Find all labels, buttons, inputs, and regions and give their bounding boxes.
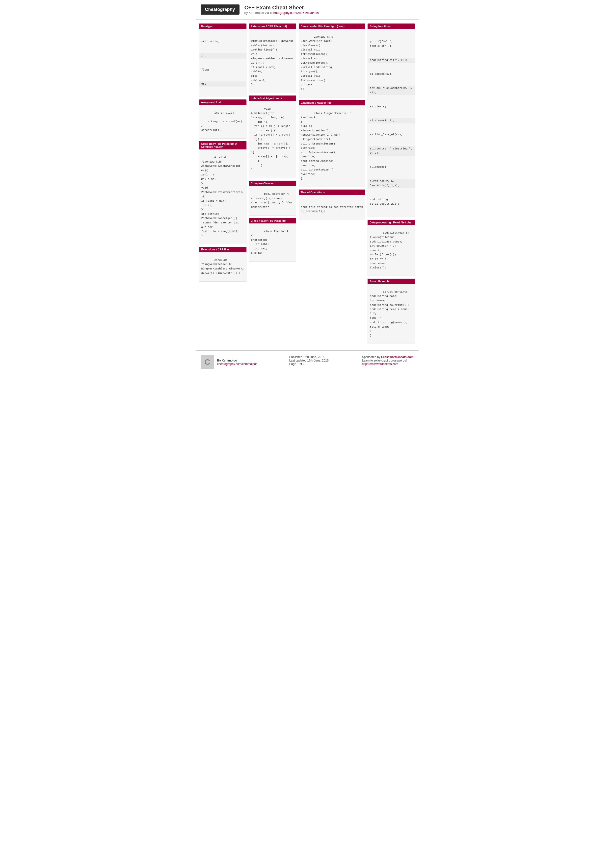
stringfunc-row-8: s.length(); bbox=[368, 164, 415, 170]
section-body-classheader: class Zaehlwerk { protected: int zahl; i… bbox=[249, 223, 296, 262]
logo-text: Cheatography bbox=[205, 7, 235, 12]
section-body-classheader-cont: Zaehlwerk(); Zaehlwerk(int max); ~Zaehlw… bbox=[299, 29, 365, 98]
column-2: Extensions / CPP File (cont) Ringwerkzae… bbox=[249, 23, 296, 346]
footer-published: Published 16th June, 2016. bbox=[289, 355, 330, 359]
footer-updated: Last updated 16th June, 2016. bbox=[289, 359, 330, 362]
stringfunc-row-6: s1.find_last_of(s2); bbox=[368, 132, 415, 138]
section-arrays: Arrays and List int ar[size] int arLengh… bbox=[199, 99, 246, 139]
header-text: C++ Exam Cheat Sheet by Kemmojoo via che… bbox=[244, 5, 319, 15]
datatyp-row-3: etc. bbox=[199, 81, 246, 87]
stringfunc-row-10: std::string s3=s1.substr(2,3); bbox=[368, 197, 415, 207]
section-body-thread: std::this_thread::sleep_for(std::chron o… bbox=[299, 195, 365, 220]
column-1: Datatyps std::string int float etc. Arra… bbox=[199, 23, 246, 346]
datatyp-row-2: float bbox=[199, 67, 246, 73]
section-header-dataproc: Data processing / Read file / char bbox=[368, 220, 415, 225]
footer-sponsor-name[interactable]: CrosswordCheats.com bbox=[381, 355, 413, 359]
footer-by-label: By bbox=[217, 359, 221, 362]
stringfunc-row-1: std::string s1("", 20); bbox=[368, 57, 415, 63]
footer-author-name: Kemmojoo bbox=[222, 359, 237, 362]
section-bubblesort: bubbleSort Algorithmus void bubblesort(i… bbox=[249, 96, 296, 178]
footer-sponsor-url[interactable]: http://crosswordcheats.com bbox=[362, 362, 398, 366]
page-subtitle: by Kemmojoo via cheatography.com/28261/c… bbox=[244, 11, 319, 15]
section-header-struct: Struct Example bbox=[368, 279, 415, 284]
footer-sponsored-label: Sponsored by bbox=[362, 355, 380, 359]
section-header-bubblesort: bubbleSort Algorithmus bbox=[249, 96, 296, 101]
datatyp-row-1: int bbox=[199, 53, 246, 59]
section-header-arrays: Arrays and List bbox=[199, 99, 246, 105]
logo: Cheatography bbox=[201, 5, 239, 15]
page-footer: C By Kemmojoo cheatography.com/kemmojoo/… bbox=[196, 350, 418, 374]
section-body-classbody: #include "Zaehlwerk.h" Zaehlwerk::Zaehlw… bbox=[199, 149, 246, 244]
section-header-classheader: Class header File Paradigm bbox=[249, 218, 296, 223]
footer-page: Page 1 of 2. bbox=[289, 362, 330, 366]
page-header: Cheatography C++ Exam Cheat Sheet by Kem… bbox=[196, 0, 418, 20]
stringfunc-row-7: s.insert(2, " einString ", 0, 3); bbox=[368, 146, 415, 156]
footer-author-url[interactable]: cheatography.com/kemmojoo/ bbox=[217, 362, 257, 366]
section-header-classheader-cont: Class header File Paradigm (cont) bbox=[299, 23, 365, 29]
section-compare: Compare Classes bool operator < (classob… bbox=[249, 181, 296, 215]
section-header-datatyps: Datatyps bbox=[199, 23, 246, 29]
section-body-datatyps: std::string int float etc. bbox=[199, 29, 246, 97]
section-body-stringfunc: printf("%s\n", text.c_str()); std::strin… bbox=[368, 29, 415, 217]
footer-author-line: By Kemmojoo bbox=[217, 359, 257, 362]
stringfunc-row-0: printf("%s\n", text.c_str()); bbox=[368, 39, 415, 49]
section-body-dataproc: std::ifstream f; f.open(fileName, std::i… bbox=[368, 225, 415, 276]
section-extcpp-cont: Extensions / CPP File (cont) Ringwerkzae… bbox=[249, 23, 296, 93]
section-extcpp: Extensions / CPP File #include "Ringwerk… bbox=[199, 247, 246, 282]
main-content: Datatyps std::string int float etc. Arra… bbox=[196, 23, 418, 346]
stringfunc-row-9: s.replace(2, 5, "anoString", 2,2); bbox=[368, 179, 415, 188]
stringfunc-row-5: s2.erase(1, 3); bbox=[368, 118, 415, 124]
column-3: Class header File Paradigm (cont) Zaehlw… bbox=[299, 23, 365, 346]
footer-sponsor-line: Sponsored by CrosswordCheats.com bbox=[362, 355, 413, 359]
section-body-arrays: int ar[size] int arLenght = sizeof(ar) /… bbox=[199, 105, 246, 139]
column-4: String functions printf("%s\n", text.c_s… bbox=[368, 23, 415, 346]
section-header-extcpp: Extensions / CPP File bbox=[199, 247, 246, 252]
datatyp-row-0: std::string bbox=[199, 39, 246, 45]
section-struct: Struct Example struct kontakt{ std::stri… bbox=[368, 279, 415, 344]
section-classheader-cont: Class header File Paradigm (cont) Zaehlw… bbox=[299, 23, 365, 98]
section-stringfunc: String functions printf("%s\n", text.c_s… bbox=[368, 23, 415, 217]
footer-dates: Published 16th June, 2016. Last updated … bbox=[289, 355, 330, 366]
section-datatyps: Datatyps std::string int float etc. bbox=[199, 23, 246, 97]
section-header-compare: Compare Classes bbox=[249, 181, 296, 186]
stringfunc-row-3: int equ = s1.compare(2, 4, s2); bbox=[368, 85, 415, 95]
subtitle-by: by Kemmojoo via bbox=[244, 11, 270, 15]
section-thread: Thread Operations std::this_thread::slee… bbox=[299, 189, 365, 220]
footer-sponsor-tagline: Learn to solve cryptic crosswords! bbox=[362, 359, 413, 362]
section-header-classbody: Class Body File Paradigm // Compare Head… bbox=[199, 141, 246, 149]
section-body-extheader: class Ringwerkzaehler : Zaehlwerk { publ… bbox=[299, 105, 365, 187]
section-dataproc: Data processing / Read file / char std::… bbox=[368, 220, 415, 276]
section-body-extcpp: #include "Ringwerkzaehler.h" Ringwerkzae… bbox=[199, 252, 246, 282]
stringfunc-row-2: s1.append(s2); bbox=[368, 71, 415, 77]
section-header-thread: Thread Operations bbox=[299, 189, 365, 195]
section-classbody: Class Body File Paradigm // Compare Head… bbox=[199, 141, 246, 244]
section-body-extcpp-cont: Ringwerkzaehler::Ringwerkz aehler(int ma… bbox=[249, 29, 296, 93]
footer-logo-section: C By Kemmojoo cheatography.com/kemmojoo/ bbox=[201, 355, 257, 369]
section-extheader: Extentions / Header File class Ringwerkz… bbox=[299, 100, 365, 187]
footer-author-info: By Kemmojoo cheatography.com/kemmojoo/ bbox=[217, 359, 257, 366]
section-header-stringfunc: String functions bbox=[368, 23, 415, 29]
section-body-compare: bool operator < (classobj) { return (cVa… bbox=[249, 186, 296, 215]
section-classheader: Class header File Paradigm class Zaehlwe… bbox=[249, 218, 296, 262]
section-header-extcpp-cont: Extensions / CPP File (cont) bbox=[249, 23, 296, 29]
section-body-bubblesort: void bubblesort(int *array, int length){… bbox=[249, 101, 296, 178]
footer-logo-icon: C bbox=[201, 355, 214, 369]
section-body-struct: struct kontakt{ std::string name; int nu… bbox=[368, 284, 415, 344]
subtitle-link[interactable]: cheatography.com/28261/cs/8435/ bbox=[270, 11, 319, 15]
footer-sponsor-section: Sponsored by CrosswordCheats.com Learn t… bbox=[362, 355, 413, 366]
page-title: C++ Exam Cheat Sheet bbox=[244, 5, 319, 11]
stringfunc-row-4: s1.clear(); bbox=[368, 104, 415, 110]
section-header-extheader: Extentions / Header File bbox=[299, 100, 365, 105]
